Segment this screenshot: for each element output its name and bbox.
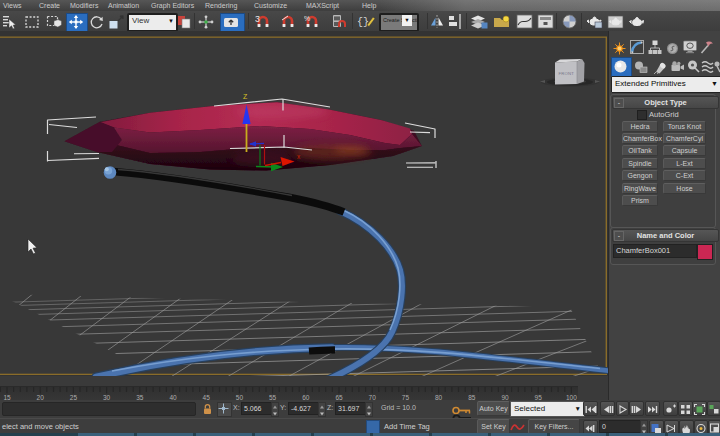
svg-text:3: 3 xyxy=(255,14,260,24)
svg-text:{}: {} xyxy=(357,17,369,28)
svg-text:%: % xyxy=(304,15,310,22)
svg-text:FRONT: FRONT xyxy=(559,71,575,76)
svg-text:Z: Z xyxy=(243,93,248,100)
